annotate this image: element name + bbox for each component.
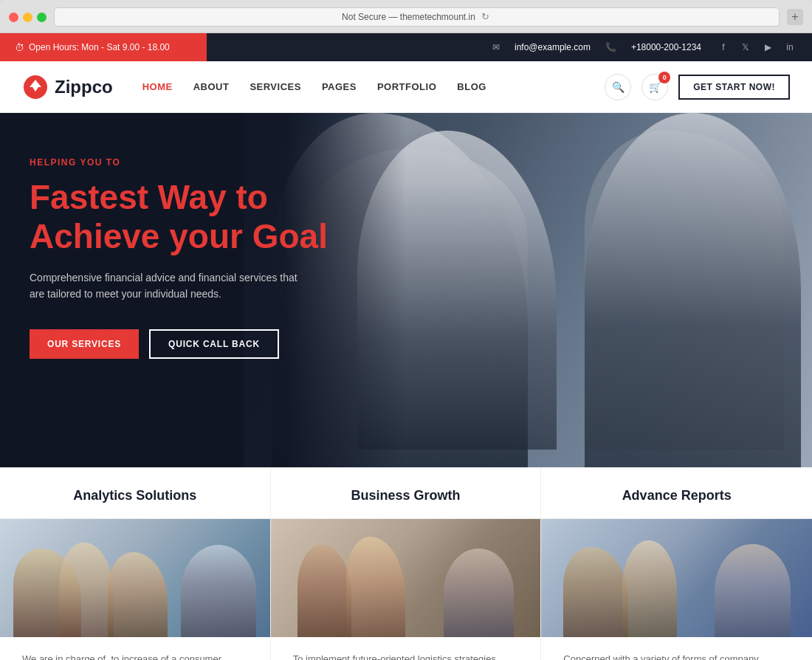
hero-title-highlight: Goal bbox=[252, 217, 328, 255]
header-actions: 🔍 🛒 0 GET START NOW! bbox=[605, 74, 790, 100]
service-card-reports-title: Advance Reports bbox=[563, 488, 790, 503]
hero-title-line2: Achieve your bbox=[30, 217, 252, 255]
service-card-reports-desc: Concerned with a variety of forms of com… bbox=[563, 652, 790, 660]
top-bar-left: ⏱ Open Hours: Mon - Sat 9.00 - 18.00 bbox=[0, 33, 207, 61]
service-card-analytics-body: We are in charge of, to increase of a co… bbox=[0, 637, 270, 660]
cart-button[interactable]: 🛒 0 bbox=[641, 74, 668, 100]
facebook-icon[interactable]: f bbox=[716, 40, 731, 55]
top-bar: ⏱ Open Hours: Mon - Sat 9.00 - 18.00 ✉ i… bbox=[0, 33, 812, 61]
social-icons: f 𝕏 ▶ in bbox=[716, 40, 797, 55]
open-hours-text: Open Hours: Mon - Sat 9.00 - 18.00 bbox=[29, 42, 170, 52]
nav-about[interactable]: ABOUT bbox=[193, 81, 230, 92]
logo-icon bbox=[22, 74, 49, 100]
phone-icon: 📞 bbox=[605, 42, 616, 52]
our-services-button[interactable]: OUR SERVICES bbox=[30, 329, 139, 359]
service-card-business-title: Business Growth bbox=[293, 488, 519, 503]
close-button[interactable] bbox=[9, 13, 18, 22]
phone-text[interactable]: +18000-200-1234 bbox=[631, 42, 701, 52]
traffic-lights bbox=[9, 13, 47, 22]
nav-services[interactable]: SERVICES bbox=[250, 81, 301, 92]
service-card-business-header: Business Growth bbox=[271, 467, 541, 519]
service-card-reports: Advance Reports Concerned with a variety… bbox=[541, 467, 812, 660]
service-card-analytics: Analytics Solutions We are in charge of,… bbox=[0, 467, 271, 660]
hero-description: Comprehensive financial advice and finan… bbox=[30, 269, 310, 303]
address-bar[interactable]: Not Secure — themetechmount.in ↻ bbox=[54, 7, 780, 27]
service-card-business-body: To implement future-oriented logistics s… bbox=[271, 637, 541, 660]
get-start-button[interactable]: GET START NOW! bbox=[678, 75, 790, 100]
service-card-business-desc: To implement future-oriented logistics s… bbox=[293, 652, 519, 660]
service-card-reports-header: Advance Reports bbox=[541, 467, 812, 519]
hero-title-line1: Fastest Way to bbox=[30, 178, 268, 216]
address-text: Not Secure — themetechmount.in bbox=[342, 12, 475, 22]
youtube-icon[interactable]: ▶ bbox=[760, 40, 775, 55]
header: Zippco HOME ABOUT SERVICES PAGES PORTFOL… bbox=[0, 61, 812, 113]
cart-icon: 🛒 bbox=[649, 81, 661, 93]
nav-portfolio[interactable]: PORTFOLIO bbox=[377, 81, 436, 92]
email-icon: ✉ bbox=[492, 42, 500, 52]
clock-icon: ⏱ bbox=[15, 42, 24, 53]
service-card-business-image bbox=[271, 519, 541, 637]
email-text[interactable]: info@example.com bbox=[515, 42, 591, 52]
minimize-button[interactable] bbox=[23, 13, 32, 22]
cart-badge: 0 bbox=[658, 72, 670, 83]
service-card-analytics-image bbox=[0, 519, 270, 637]
hero-section: HELPING YOU TO Fastest Way to Achieve yo… bbox=[0, 113, 812, 467]
nav-pages[interactable]: PAGES bbox=[322, 81, 357, 92]
linkedin-icon[interactable]: in bbox=[782, 40, 797, 55]
new-tab-button[interactable]: + bbox=[787, 9, 803, 25]
main-nav: HOME ABOUT SERVICES PAGES PORTFOLIO BLOG bbox=[142, 81, 605, 92]
services-section: Analytics Solutions We are in charge of,… bbox=[0, 467, 812, 660]
service-card-reports-body: Concerned with a variety of forms of com… bbox=[541, 637, 812, 660]
service-card-analytics-title: Analytics Solutions bbox=[22, 488, 248, 503]
service-card-business: Business Growth To implement future-orie… bbox=[271, 467, 542, 660]
nav-home[interactable]: HOME bbox=[142, 81, 173, 92]
maximize-button[interactable] bbox=[37, 13, 47, 22]
refresh-icon[interactable]: ↻ bbox=[480, 11, 492, 23]
hero-title: Fastest Way to Achieve your Goal bbox=[30, 178, 384, 256]
service-card-analytics-desc: We are in charge of, to increase of a co… bbox=[22, 652, 248, 660]
nav-blog[interactable]: BLOG bbox=[457, 81, 486, 92]
service-card-reports-image bbox=[541, 519, 812, 637]
search-button[interactable]: 🔍 bbox=[605, 74, 631, 100]
browser-window: Not Secure — themetechmount.in ↻ + ⏱ Ope… bbox=[0, 0, 812, 660]
contact-info: ✉ info@example.com 📞 +18000-200-1234 bbox=[492, 42, 701, 52]
service-card-analytics-header: Analytics Solutions bbox=[0, 467, 270, 519]
hero-subtitle: HELPING YOU TO bbox=[30, 157, 384, 168]
hero-content: HELPING YOU TO Fastest Way to Achieve yo… bbox=[0, 113, 413, 403]
logo-text: Zippco bbox=[55, 77, 113, 97]
twitter-icon[interactable]: 𝕏 bbox=[738, 40, 753, 55]
hero-buttons: OUR SERVICES QUICK CALL BACK bbox=[30, 329, 384, 359]
browser-chrome: Not Secure — themetechmount.in ↻ + bbox=[0, 0, 812, 33]
top-bar-right: ✉ info@example.com 📞 +18000-200-1234 f 𝕏… bbox=[207, 33, 812, 61]
quick-callback-button[interactable]: QUICK CALL BACK bbox=[149, 329, 279, 359]
search-icon: 🔍 bbox=[612, 81, 625, 93]
logo[interactable]: Zippco bbox=[22, 74, 113, 100]
